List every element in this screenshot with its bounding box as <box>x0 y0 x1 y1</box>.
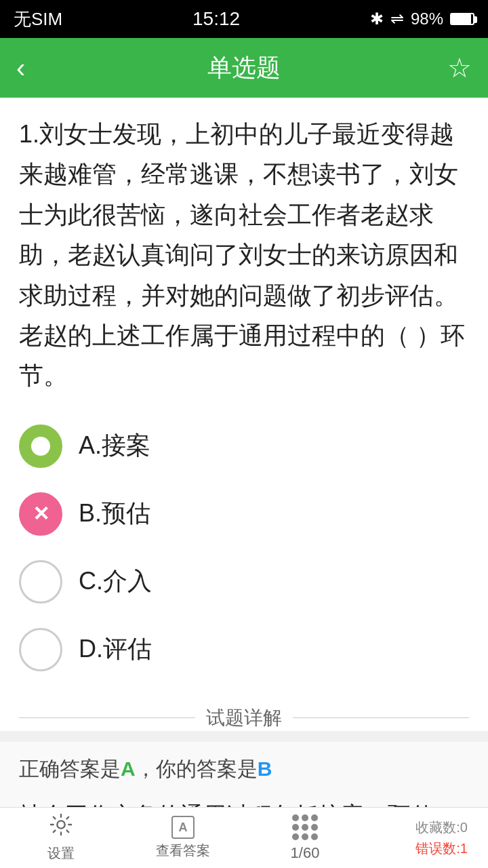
back-button[interactable]: ‹ <box>16 53 57 83</box>
question-body: 刘女士发现，上初中的儿子最近变得越来越难管，经常逃课，不想读书了，刘女士为此很苦… <box>19 120 465 389</box>
option-a[interactable]: A.接案 <box>19 412 469 480</box>
status-bar: 无SIM 15:12 ✱ ⇌ 98% <box>0 0 488 38</box>
divider-label: 试题详解 <box>195 705 293 731</box>
options-list: A.接案 B.预估 C.介入 D.评估 <box>19 412 469 694</box>
question-section: 1.刘女士发现，上初中的儿子最近变得越来越难管，经常逃课，不想读书了，刘女士为此… <box>0 98 488 731</box>
divider-line-right <box>293 717 469 718</box>
svg-point-0 <box>57 821 64 828</box>
grid-icon <box>292 814 318 840</box>
settings-nav-item[interactable]: 设置 <box>20 813 102 863</box>
header: ‹ 单选题 ☆ <box>0 38 488 98</box>
page-title: 单选题 <box>207 52 281 85</box>
option-b-icon <box>19 492 62 536</box>
view-answer-nav-item[interactable]: A 查看答案 <box>142 816 224 860</box>
bottom-navigation: 设置 A 查看答案 1/60 收藏数:0 错误数:1 <box>0 807 488 868</box>
option-d-label: D.评估 <box>79 633 152 666</box>
your-answer-letter: B <box>258 757 272 780</box>
option-d-icon <box>19 628 62 671</box>
option-c-icon <box>19 560 62 604</box>
option-a-icon <box>19 425 62 468</box>
correct-prefix: 正确答案是 <box>19 757 121 780</box>
view-answer-label: 查看答案 <box>156 842 210 860</box>
divider-line-left <box>19 717 195 718</box>
option-d[interactable]: D.评估 <box>19 616 469 684</box>
your-answer-prefix: ，你的答案是 <box>136 757 258 780</box>
favorite-button[interactable]: ☆ <box>431 52 472 83</box>
option-c-label: C.介入 <box>79 565 152 598</box>
detail-divider: 试题详解 <box>19 705 469 731</box>
progress-label: 1/60 <box>291 844 320 862</box>
main-content: 1.刘女士发现，上初中的儿子最近变得越来越难管，经常逃课，不想读书了，刘女士为此… <box>0 98 488 868</box>
status-icons: ✱ ⇌ 98% <box>370 9 474 28</box>
carrier-label: 无SIM <box>14 7 62 31</box>
option-a-label: A.接案 <box>79 429 150 462</box>
option-b[interactable]: B.预估 <box>19 480 469 548</box>
correct-answer-letter: A <box>121 757 136 780</box>
question-number: 1. <box>19 120 39 148</box>
time-label: 15:12 <box>192 8 240 30</box>
wifi-icon: ⇌ <box>390 9 404 28</box>
collect-count: 收藏数:0 <box>415 818 468 837</box>
stats-nav-item: 收藏数:0 错误数:1 <box>386 818 468 858</box>
answer-summary: 正确答案是A，你的答案是B <box>19 753 469 785</box>
battery-icon <box>450 13 474 25</box>
view-answer-icon: A <box>171 816 195 839</box>
error-count: 错误数:1 <box>415 840 468 858</box>
option-b-label: B.预估 <box>79 497 150 530</box>
question-text: 1.刘女士发现，上初中的儿子最近变得越来越难管，经常逃课，不想读书了，刘女士为此… <box>19 114 469 396</box>
progress-nav-item[interactable]: 1/60 <box>264 814 346 862</box>
battery-label: 98% <box>411 9 443 28</box>
option-c[interactable]: C.介入 <box>19 548 469 616</box>
settings-label: 设置 <box>47 844 75 863</box>
bluetooth-icon: ✱ <box>370 9 384 28</box>
settings-icon <box>49 813 73 842</box>
